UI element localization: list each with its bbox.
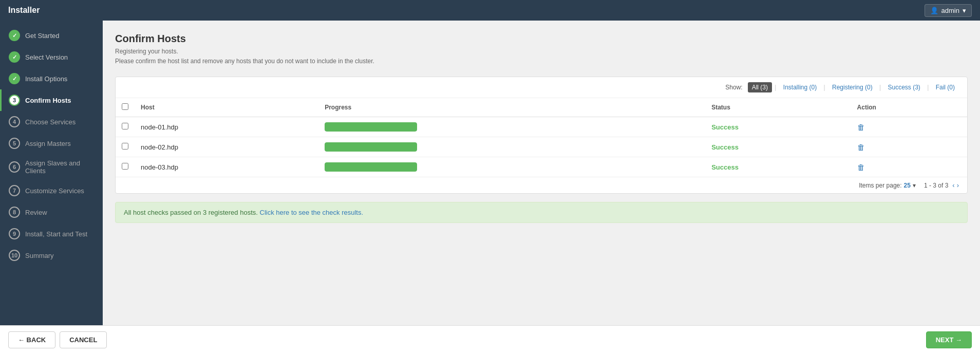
- status-cell-1: Success: [705, 137, 851, 157]
- page-subtitle: Registering your hosts. Please confirm t…: [115, 47, 968, 66]
- next-page-btn[interactable]: ›: [957, 181, 959, 189]
- sidebar-item-install-start[interactable]: 9Install, Start and Test: [0, 223, 103, 245]
- step-circle-get-started: ✓: [9, 30, 20, 41]
- filter-pipe-2: |: [822, 84, 827, 91]
- sidebar-label-select-version: Select Version: [25, 53, 68, 61]
- host-cell-1: node-02.hdp: [135, 137, 318, 157]
- filter-btn-registering[interactable]: Registering (0): [828, 82, 877, 92]
- step-circle-select-version: ✓: [9, 51, 20, 63]
- progress-bar-fill-2: [325, 162, 417, 172]
- content-area: Confirm Hosts Registering your hosts. Pl…: [103, 21, 980, 325]
- pagination-nav: ‹ ›: [952, 181, 959, 189]
- filter-btn-fail[interactable]: Fail (0): [932, 82, 959, 92]
- dropdown-icon: ▾: [963, 7, 966, 14]
- check-results-link[interactable]: Click here to see the check results.: [260, 209, 364, 216]
- filter-pipe-3: |: [878, 84, 883, 91]
- action-cell-2: 🗑: [851, 157, 967, 177]
- progress-bar-fill-0: [325, 122, 417, 132]
- subtitle-line2: Please confirm the host list and remove …: [115, 58, 374, 65]
- delete-icon-0[interactable]: 🗑: [857, 123, 865, 132]
- select-all-checkbox[interactable]: [122, 103, 128, 110]
- success-alert: All host checks passed on 3 registered h…: [115, 202, 968, 223]
- filter-btn-all[interactable]: All (3): [748, 82, 772, 92]
- sidebar-item-install-options[interactable]: ✓Install Options: [0, 68, 103, 89]
- left-buttons: ← BACK CANCEL: [8, 331, 107, 348]
- sidebar-item-review[interactable]: 8Review: [0, 201, 103, 223]
- hosts-table: Host Progress Status Action node-01.hdpS…: [116, 98, 967, 177]
- col-action: Action: [851, 98, 967, 117]
- table-toolbar: Show: All (3) | Installing (0) | Registe…: [116, 77, 967, 98]
- sidebar-item-assign-slaves[interactable]: 6Assign Slaves and Clients: [0, 154, 103, 180]
- delete-icon-1[interactable]: 🗑: [857, 143, 865, 152]
- action-cell-1: 🗑: [851, 137, 967, 157]
- sidebar-item-choose-services[interactable]: 4Choose Services: [0, 111, 103, 133]
- delete-icon-2[interactable]: 🗑: [857, 163, 865, 172]
- step-circle-choose-services: 4: [9, 116, 20, 127]
- sidebar-item-confirm-hosts[interactable]: 3Confirm Hosts: [0, 89, 103, 111]
- alert-text: All host checks passed on 3 registered h…: [124, 209, 258, 216]
- row-checkbox-1[interactable]: [122, 143, 128, 150]
- step-circle-customize-services: 7: [9, 185, 20, 196]
- back-button[interactable]: ← BACK: [8, 331, 55, 348]
- progress-bar-wrap-1: [325, 142, 417, 152]
- host-cell-2: node-03.hdp: [135, 157, 318, 177]
- step-circle-assign-masters: 5: [9, 138, 20, 149]
- row-checkbox-0[interactable]: [122, 123, 128, 129]
- topbar: Installer 👤 admin ▾: [0, 0, 980, 21]
- content-inner: Confirm Hosts Registering your hosts. Pl…: [103, 21, 980, 325]
- pagination-range: 1 - 3 of 3: [924, 182, 948, 189]
- cancel-button[interactable]: CANCEL: [60, 331, 107, 348]
- col-host: Host: [135, 98, 318, 117]
- prev-page-btn[interactable]: ‹: [952, 181, 954, 189]
- col-progress: Progress: [318, 98, 705, 117]
- sidebar: ✓Get Started✓Select Version✓Install Opti…: [0, 21, 103, 325]
- progress-bar-fill-1: [325, 142, 417, 152]
- sidebar-label-customize-services: Customize Services: [25, 187, 84, 195]
- filter-btn-installing[interactable]: Installing (0): [779, 82, 821, 92]
- table-header-row: Host Progress Status Action: [116, 98, 967, 117]
- sidebar-label-get-started: Get Started: [25, 32, 59, 40]
- step-circle-confirm-hosts: 3: [9, 95, 20, 106]
- main-layout: ✓Get Started✓Select Version✓Install Opti…: [0, 21, 980, 325]
- filter-pipe-1: |: [773, 84, 778, 91]
- sidebar-label-assign-slaves: Assign Slaves and Clients: [25, 159, 96, 175]
- per-page-dropdown-icon[interactable]: ▾: [913, 182, 916, 189]
- progress-cell-0: [318, 117, 705, 137]
- sidebar-label-install-start: Install, Start and Test: [25, 230, 87, 238]
- step-circle-install-start: 9: [9, 228, 20, 239]
- app-title: Installer: [8, 6, 40, 15]
- status-cell-2: Success: [705, 157, 851, 177]
- username: admin: [941, 7, 959, 14]
- sidebar-label-choose-services: Choose Services: [25, 118, 76, 126]
- col-status: Status: [705, 98, 851, 117]
- next-button[interactable]: NEXT →: [926, 331, 972, 348]
- status-cell-0: Success: [705, 117, 851, 137]
- per-page-selector: Items per page: 25 ▾: [859, 182, 916, 189]
- table-row: node-03.hdpSuccess🗑: [116, 157, 967, 177]
- sidebar-item-customize-services[interactable]: 7Customize Services: [0, 180, 103, 201]
- sidebar-label-install-options: Install Options: [25, 75, 67, 83]
- sidebar-item-select-version[interactable]: ✓Select Version: [0, 46, 103, 68]
- filter-btn-success[interactable]: Success (3): [884, 82, 925, 92]
- subtitle-line1: Registering your hosts.: [115, 48, 178, 55]
- per-page-value[interactable]: 25: [904, 182, 911, 189]
- page-title: Confirm Hosts: [115, 33, 968, 45]
- step-circle-review: 8: [9, 207, 20, 218]
- user-menu[interactable]: 👤 admin ▾: [925, 4, 972, 17]
- step-circle-assign-slaves: 6: [9, 161, 20, 173]
- bottom-bar: ← BACK CANCEL NEXT →: [0, 325, 980, 354]
- items-per-page-label: Items per page:: [859, 182, 901, 189]
- sidebar-item-summary[interactable]: 10Summary: [0, 245, 103, 266]
- user-icon: 👤: [930, 7, 938, 14]
- sidebar-item-get-started[interactable]: ✓Get Started: [0, 25, 103, 46]
- sidebar-label-review: Review: [25, 209, 47, 216]
- progress-bar-wrap-2: [325, 162, 417, 172]
- hosts-table-card: Show: All (3) | Installing (0) | Registe…: [115, 77, 968, 194]
- progress-bar-wrap-0: [325, 122, 417, 132]
- filter-pipe-4: |: [926, 84, 931, 91]
- row-checkbox-2[interactable]: [122, 163, 128, 170]
- sidebar-label-assign-masters: Assign Masters: [25, 140, 71, 147]
- step-circle-summary: 10: [9, 250, 20, 261]
- sidebar-item-assign-masters[interactable]: 5Assign Masters: [0, 133, 103, 154]
- sidebar-label-confirm-hosts: Confirm Hosts: [25, 97, 71, 104]
